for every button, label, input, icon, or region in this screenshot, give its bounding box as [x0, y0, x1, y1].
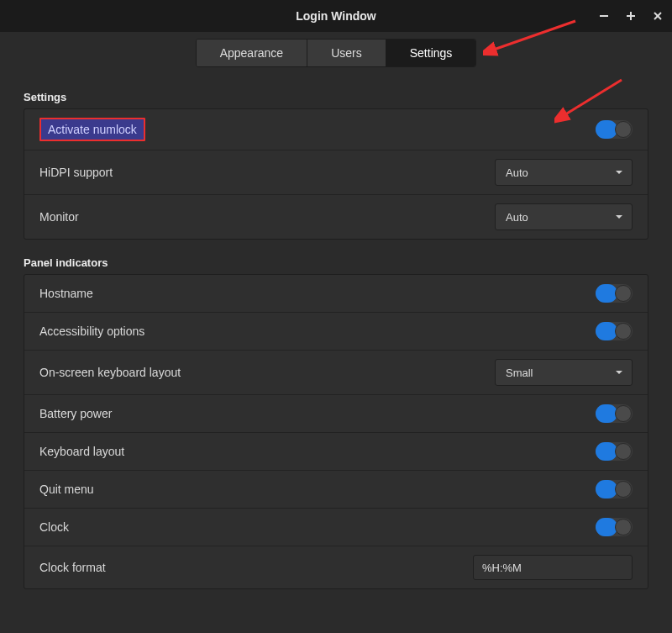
settings-panel: Activate numlock HiDPI support Auto Moni…	[24, 108, 648, 240]
label-osk: On-screen keyboard layout	[39, 366, 181, 379]
row-quit: Quit menu	[24, 470, 648, 508]
minimize-button[interactable]	[596, 8, 612, 24]
body: Settings Activate numlock HiDPI support …	[0, 67, 672, 623]
tab-settings[interactable]: Settings	[386, 40, 476, 66]
toggle-hostname[interactable]	[596, 284, 633, 303]
row-osk: On-screen keyboard layout Small	[24, 350, 648, 394]
row-hidpi: HiDPI support Auto	[24, 150, 648, 194]
window-title: Login Window	[296, 9, 376, 23]
tab-bar: Appearance Users Settings	[0, 39, 672, 67]
chevron-down-icon	[615, 211, 623, 224]
label-accessibility: Accessibility options	[39, 324, 144, 338]
chevron-down-icon	[615, 166, 623, 179]
toggle-clock[interactable]	[596, 518, 633, 536]
label-monitor: Monitor	[39, 210, 79, 224]
input-clock-format[interactable]	[473, 555, 633, 580]
tab-appearance[interactable]: Appearance	[197, 40, 308, 66]
label-hidpi: HiDPI support	[39, 166, 113, 179]
row-battery: Battery power	[24, 394, 648, 432]
label-battery: Battery power	[39, 407, 112, 420]
row-accessibility: Accessibility options	[24, 312, 648, 350]
titlebar: Login Window	[0, 0, 672, 32]
row-hostname: Hostname	[24, 275, 648, 312]
dropdown-osk-value: Small	[506, 367, 533, 379]
toggle-accessibility[interactable]	[596, 322, 633, 340]
label-clockfmt: Clock format	[39, 561, 106, 574]
label-kblayout: Keyboard layout	[39, 445, 124, 458]
close-button[interactable]	[650, 8, 665, 24]
dropdown-osk[interactable]: Small	[495, 359, 633, 386]
maximize-button[interactable]	[623, 8, 638, 24]
toggle-kblayout[interactable]	[596, 442, 633, 461]
section-title-panel: Panel indicators	[24, 256, 648, 269]
label-clock: Clock	[39, 520, 69, 534]
section-title-settings: Settings	[24, 91, 648, 103]
dropdown-hidpi-value: Auto	[506, 166, 528, 179]
row-clock: Clock	[24, 508, 648, 546]
dropdown-monitor[interactable]: Auto	[495, 203, 633, 230]
label-quit: Quit menu	[39, 483, 94, 496]
row-clockfmt: Clock format	[24, 546, 648, 588]
toggle-activate-numlock[interactable]	[596, 120, 633, 139]
row-activate-numlock: Activate numlock	[24, 109, 648, 150]
label-activate-numlock: Activate numlock	[39, 118, 145, 141]
toggle-battery[interactable]	[596, 404, 633, 423]
panel-indicators-panel: Hostname Accessibility options On-screen…	[24, 274, 648, 589]
dropdown-monitor-value: Auto	[506, 211, 528, 224]
row-monitor: Monitor Auto	[24, 194, 648, 239]
label-hostname: Hostname	[39, 287, 93, 300]
login-window: Login Window Appearance Users Settings S…	[0, 0, 672, 633]
dropdown-hidpi[interactable]: Auto	[495, 159, 633, 186]
window-controls	[596, 0, 665, 32]
chevron-down-icon	[615, 367, 623, 379]
row-kblayout: Keyboard layout	[24, 432, 648, 470]
tab-users[interactable]: Users	[307, 40, 386, 66]
toggle-quit[interactable]	[596, 480, 633, 498]
